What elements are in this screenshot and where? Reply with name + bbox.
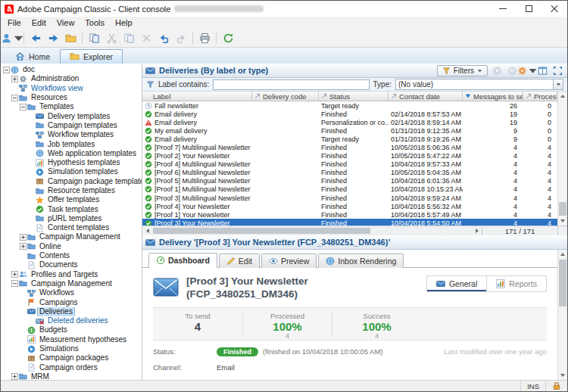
table-row[interactable]: [Proof 1] Your Newsletter Finished 10/04… — [142, 210, 557, 219]
scroll-left-button[interactable] — [142, 226, 152, 235]
tree-item[interactable]: Simulations — [1, 344, 142, 353]
label-contains-input[interactable] — [213, 79, 369, 90]
tree-expander[interactable] — [19, 354, 27, 362]
scroll-up-button[interactable] — [558, 92, 567, 101]
column-header[interactable]: Delivery code — [252, 92, 319, 101]
column-header[interactable]: Status — [319, 92, 389, 101]
tab-preview[interactable]: Preview — [261, 254, 317, 268]
tree-item[interactable]: Documents — [1, 260, 142, 269]
tree-item[interactable]: Campaigns — [1, 297, 142, 306]
tree-item[interactable]: Task templates — [1, 204, 142, 213]
layout-button[interactable] — [535, 64, 549, 76]
plus-icon[interactable] — [11, 373, 18, 380]
tree-item[interactable]: Campaign Management — [1, 232, 142, 241]
tab-reports[interactable]: Reports — [486, 276, 546, 291]
scroll-down-button[interactable] — [558, 216, 567, 226]
tree-item[interactable]: Hypothesis templates — [1, 158, 142, 167]
tab-explorer[interactable]: Explorer — [60, 49, 123, 64]
tree-item[interactable]: Online — [1, 242, 142, 251]
tab-inbox-rendering[interactable]: Inbox Rendering — [318, 254, 404, 268]
tree-item[interactable]: Profiles and Targets — [1, 270, 142, 279]
horizontal-scroll-thumb[interactable] — [153, 228, 370, 234]
tree-expander[interactable] — [27, 215, 35, 222]
scroll-thumb[interactable] — [559, 260, 566, 306]
print-button[interactable] — [196, 30, 213, 46]
tree-expander[interactable] — [19, 299, 27, 306]
tree-item[interactable]: pURL templates — [1, 214, 142, 223]
table-row[interactable]: Fall newsletter Target ready 26 0 — [142, 101, 557, 110]
cut-button[interactable] — [103, 30, 120, 46]
tree-item[interactable]: Simulation templates — [1, 167, 142, 176]
tree-item[interactable]: Offer templates — [1, 195, 142, 204]
tree-item[interactable]: Delivery templates — [1, 111, 142, 120]
table-row[interactable]: [Proof 3] Your Newsletter Finished 10/04… — [142, 219, 557, 226]
tree-expander[interactable] — [11, 85, 18, 92]
tab-edit[interactable]: Edit — [219, 254, 260, 268]
scroll-right-button[interactable] — [472, 226, 482, 235]
tree-expander[interactable] — [19, 336, 27, 344]
table-row[interactable]: My email delivery Finished 01/31/2018 9:… — [142, 126, 557, 135]
tree-item[interactable]: Workflows — [1, 288, 142, 297]
tree-expander[interactable] — [27, 141, 35, 148]
tree-item[interactable]: Templates — [1, 102, 142, 111]
tree-item[interactable]: Job templates — [1, 139, 142, 148]
minus-icon[interactable] — [2, 66, 10, 73]
tree-expander[interactable] — [19, 326, 27, 334]
tree-expander[interactable] — [19, 252, 27, 260]
plus-icon[interactable] — [19, 243, 27, 250]
tree-item[interactable]: Deleted deliveries — [1, 316, 142, 325]
table-row[interactable]: [Proof 3] Multilingual Newsletter Finish… — [142, 194, 557, 202]
column-header[interactable]: Processed — [523, 92, 557, 101]
maximize-button[interactable] — [516, 1, 541, 17]
toolbar-separator[interactable] — [190, 30, 195, 46]
plus-icon[interactable] — [11, 75, 18, 82]
tree-expander[interactable] — [27, 150, 35, 157]
copy-button[interactable] — [120, 30, 137, 46]
tree-item[interactable]: MRM — [1, 372, 142, 380]
scroll-track[interactable] — [558, 259, 567, 371]
configure-button[interactable] — [520, 64, 534, 76]
tree-item[interactable]: Resource templates — [1, 186, 142, 195]
forward-button[interactable] — [45, 30, 61, 46]
tree-item[interactable]: Administration — [1, 74, 142, 83]
scroll-down-button[interactable] — [558, 371, 567, 380]
duplicate-button[interactable] — [86, 30, 102, 46]
delete-button[interactable] — [138, 30, 154, 46]
table-row[interactable]: Email delivery Finished 02/14/2018 8:57:… — [142, 110, 557, 118]
table-row[interactable]: [Proof 7] Multilingual Newsletter Finish… — [142, 143, 557, 151]
tree-item[interactable]: Contents — [1, 251, 142, 260]
minus-icon[interactable] — [19, 103, 27, 110]
scroll-track[interactable] — [558, 101, 567, 216]
user-menu-button[interactable] — [4, 30, 20, 46]
close-button[interactable] — [541, 1, 567, 17]
tree-expander[interactable] — [27, 113, 35, 120]
tree-expander[interactable] — [27, 196, 35, 204]
plus-icon[interactable] — [11, 271, 18, 278]
horizontal-scroll-track[interactable] — [152, 226, 472, 235]
tree-item[interactable]: Campaign package templates — [1, 177, 142, 186]
scroll-thumb[interactable] — [559, 202, 566, 216]
tree-expander[interactable] — [27, 224, 35, 232]
tree-expander[interactable] — [27, 168, 35, 176]
tree-expander[interactable] — [27, 131, 35, 138]
table-row[interactable]: [Proof 5] Multilingual Newsletter Finish… — [142, 177, 557, 185]
tree-item[interactable]: doc — [1, 65, 142, 74]
tab-home[interactable]: Home — [5, 49, 60, 64]
scroll-up-button[interactable] — [558, 250, 567, 259]
select-caret-button[interactable] — [553, 79, 563, 89]
tree-item[interactable]: Workflow templates — [1, 130, 142, 139]
table-row[interactable]: [Proof 2] Your Newsletter Finished 10/05… — [142, 152, 557, 160]
tree-expander[interactable] — [27, 317, 35, 325]
tree-item[interactable]: Campaign packages — [1, 353, 142, 362]
table-vertical-scrollbar[interactable] — [557, 92, 567, 226]
menu-item[interactable]: Edit — [27, 17, 51, 28]
redo-button[interactable] — [173, 30, 189, 46]
tree-expander[interactable] — [19, 308, 27, 316]
refresh-button[interactable] — [220, 30, 236, 46]
tree-item[interactable]: Campaign templates — [1, 121, 142, 130]
detail-vertical-scrollbar[interactable] — [557, 250, 567, 380]
tree-expander[interactable] — [19, 345, 27, 353]
tree-expander[interactable] — [19, 289, 27, 297]
table-row[interactable]: Email delivery Personalization or co... … — [142, 118, 557, 126]
toolbar-separator[interactable] — [214, 30, 219, 46]
